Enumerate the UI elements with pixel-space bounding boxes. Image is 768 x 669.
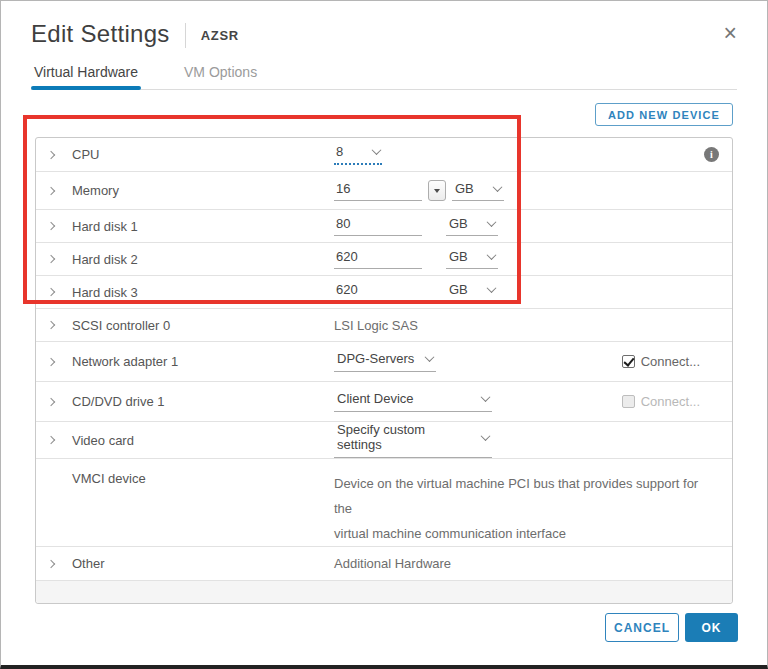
network-connect-checkbox[interactable] [622, 355, 635, 368]
expand-chevron-icon[interactable] [48, 256, 72, 262]
expand-chevron-icon[interactable] [48, 437, 72, 443]
connect-label: Connect... [641, 354, 700, 369]
row-label: Network adapter 1 [72, 354, 334, 369]
cpu-count-value: 8 [336, 144, 343, 159]
expand-chevron-icon[interactable] [48, 188, 72, 194]
hard-disk-3-size-input[interactable] [334, 282, 422, 302]
unit-value: GB [449, 216, 468, 231]
row-hard-disk-3: Hard disk 3 GB [36, 275, 732, 308]
row-label: SCSI controller 0 [72, 318, 334, 333]
network-connect-group: Connect... [622, 354, 700, 369]
chevron-down-icon [487, 250, 497, 260]
other-value: Additional Hardware [334, 556, 451, 571]
video-card-select[interactable]: Specify custom settings [334, 422, 492, 458]
tab-virtual-hardware[interactable]: Virtual Hardware [31, 61, 141, 89]
title-divider [185, 23, 186, 48]
close-icon[interactable]: × [724, 22, 737, 45]
row-other: Other Additional Hardware [36, 546, 732, 580]
row-vmci-device: VMCI device Device on the virtual machin… [36, 458, 732, 546]
vm-name: AZSR [201, 28, 239, 43]
chevron-down-icon [487, 217, 497, 227]
chevron-down-icon [487, 283, 497, 293]
cd-dvd-connect-checkbox [622, 395, 635, 408]
chevron-down-icon [372, 145, 382, 155]
expand-chevron-icon[interactable] [48, 152, 72, 158]
tab-vm-options[interactable]: VM Options [181, 61, 260, 89]
dialog-header: Edit Settings AZSR × [1, 1, 767, 48]
tab-bar: Virtual Hardware VM Options [31, 61, 737, 90]
expand-chevron-icon[interactable] [48, 561, 72, 567]
expand-chevron-icon[interactable] [48, 223, 72, 229]
info-icon[interactable]: i [704, 147, 719, 162]
row-hard-disk-2: Hard disk 2 GB [36, 242, 732, 275]
hard-disk-1-unit-select[interactable]: GB [446, 216, 498, 236]
network-select[interactable]: DPG-Servers [334, 351, 436, 372]
add-new-device-button[interactable]: ADD NEW DEVICE [595, 103, 733, 126]
row-label: Hard disk 1 [72, 219, 334, 234]
connect-label: Connect... [641, 394, 700, 409]
row-cd-dvd-drive: CD/DVD drive 1 Client Device Connect... [36, 381, 732, 421]
network-value: DPG-Servers [337, 351, 414, 366]
expand-chevron-icon[interactable] [48, 289, 72, 295]
scsi-controller-type: LSI Logic SAS [334, 318, 418, 333]
hard-disk-2-unit-select[interactable]: GB [446, 249, 498, 269]
vmci-description-line-1: Device on the virtual machine PCI bus th… [334, 471, 714, 521]
unit-value: GB [449, 249, 468, 264]
row-video-card: Video card Specify custom settings [36, 421, 732, 458]
hardware-table: CPU 8 i Memory GB [35, 137, 733, 604]
chevron-down-icon [425, 352, 435, 362]
unit-value: GB [449, 282, 468, 297]
vmci-description: Device on the virtual machine PCI bus th… [334, 471, 714, 546]
memory-unit-select[interactable]: GB [452, 181, 504, 201]
cd-dvd-value: Client Device [337, 391, 414, 406]
expand-chevron-icon[interactable] [48, 359, 72, 365]
chevron-down-icon [493, 182, 503, 192]
row-scsi-controller: SCSI controller 0 LSI Logic SAS [36, 308, 732, 341]
row-network-adapter: Network adapter 1 DPG-Servers Connect... [36, 341, 732, 381]
chevron-down-icon [481, 392, 491, 402]
row-memory: Memory GB [36, 171, 732, 209]
row-label: Hard disk 2 [72, 252, 334, 267]
chevron-down-icon [481, 431, 491, 441]
cd-dvd-connect-group: Connect... [622, 394, 700, 409]
memory-unit-value: GB [455, 181, 474, 196]
row-label: Video card [72, 433, 334, 448]
edit-settings-dialog: Edit Settings AZSR × Virtual Hardware VM… [0, 0, 768, 669]
row-label: CPU [72, 147, 334, 162]
row-cpu: CPU 8 i [36, 138, 732, 171]
dialog-footer: CANCEL OK [1, 613, 767, 665]
ok-button[interactable]: OK [685, 613, 738, 642]
vmci-description-line-2: virtual machine communication interface [334, 521, 714, 546]
row-label: CD/DVD drive 1 [72, 394, 334, 409]
memory-stepper-button[interactable] [428, 180, 446, 201]
row-label: Memory [72, 183, 334, 198]
cpu-count-select[interactable]: 8 [334, 144, 382, 165]
cancel-button[interactable]: CANCEL [605, 613, 679, 642]
memory-size-input[interactable] [334, 181, 422, 201]
cd-dvd-select[interactable]: Client Device [334, 391, 492, 412]
table-footer-strip [36, 580, 732, 603]
triangle-down-icon [434, 189, 440, 193]
row-label: VMCI device [72, 471, 334, 486]
expand-chevron-icon[interactable] [48, 322, 72, 328]
toolbar: ADD NEW DEVICE [35, 103, 733, 126]
row-label: Other [72, 556, 334, 571]
dialog-title: Edit Settings [31, 20, 170, 48]
expand-chevron-icon[interactable] [48, 399, 72, 405]
video-card-value: Specify custom settings [337, 422, 472, 452]
hard-disk-2-size-input[interactable] [334, 249, 422, 269]
row-hard-disk-1: Hard disk 1 GB [36, 209, 732, 242]
hard-disk-3-unit-select[interactable]: GB [446, 282, 498, 302]
row-label: Hard disk 3 [72, 285, 334, 300]
hard-disk-1-size-input[interactable] [334, 216, 422, 236]
